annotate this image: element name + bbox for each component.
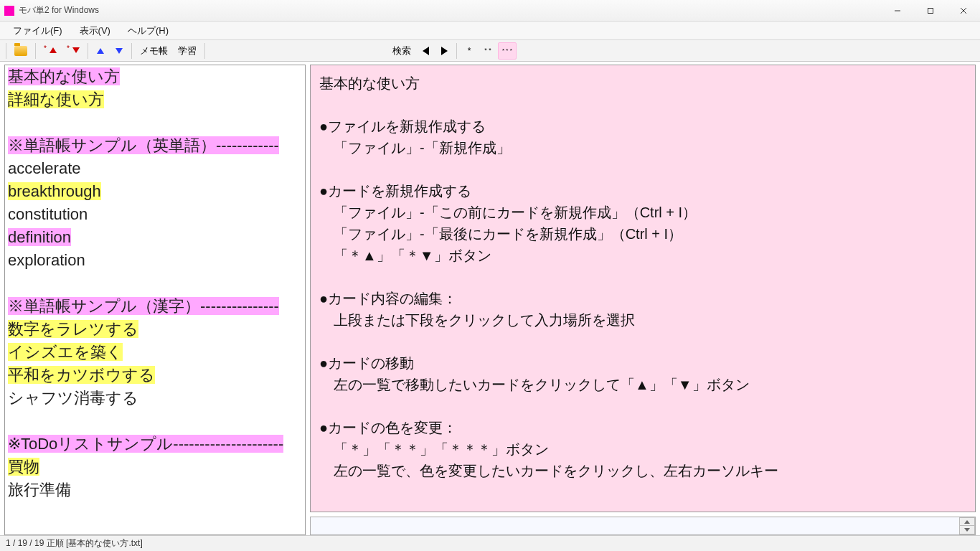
list-item[interactable]	[5, 272, 305, 295]
detail-line: 基本的な使い方	[319, 72, 966, 94]
list-item[interactable]: definition	[5, 226, 305, 249]
color-level-1-button[interactable]: *	[461, 42, 478, 60]
detail-line: 左の一覧で、色を変更したいカードをクリックし、左右カーソルキー	[319, 460, 966, 481]
folder-icon	[14, 46, 27, 56]
detail-line: 上段または下段をクリックして入力場所を選択	[319, 309, 966, 331]
window-maximize-button[interactable]	[914, 0, 947, 22]
detail-line: 「ファイル」-「新規作成」	[319, 137, 966, 159]
list-item[interactable]: 平和をカツボウする	[5, 364, 305, 387]
stepper-up-button[interactable]	[959, 517, 975, 526]
color-level-3-button[interactable]: * * *	[498, 42, 517, 60]
title-bar: モバ単2 for Windows	[0, 0, 980, 22]
list-item[interactable]: constitution	[5, 203, 305, 226]
detail-line	[319, 159, 966, 180]
arrow-left-icon	[423, 47, 429, 55]
list-item-label: 買物	[8, 458, 39, 476]
detail-line: ●カードの移動	[319, 352, 966, 374]
list-item-label	[8, 412, 12, 430]
open-file-button[interactable]	[10, 42, 32, 60]
detail-line: ●ファイルを新規作成する	[319, 116, 966, 137]
window-title: モバ単2 for Windows	[19, 4, 881, 17]
detail-line: 左の一覧で移動したいカードをクリックして「▲」「▼」ボタン	[319, 374, 966, 395]
bottom-stepper	[959, 517, 975, 534]
detail-line: ●カードを新規作成する	[319, 180, 966, 202]
list-item-label: シャフツ消毒する	[8, 389, 138, 407]
search-next-button[interactable]	[435, 42, 453, 60]
detail-pane: 基本的な使い方 ●ファイルを新規作成する 「ファイル」-「新規作成」 ●カードを…	[310, 65, 976, 535]
toolbar: * * メモ帳 学習 検索 * * * * * *	[0, 40, 980, 62]
detail-line: 「＊▲」「＊▼」ボタン	[319, 245, 966, 266]
study-button[interactable]: 学習	[174, 42, 201, 60]
main-area: 基本的な使い方詳細な使い方 ※単語帳サンプル（英単語）------------a…	[0, 62, 980, 535]
list-item-label: 旅行準備	[8, 481, 71, 499]
detail-line	[319, 94, 966, 116]
list-item[interactable]: 詳細な使い方	[5, 88, 305, 111]
list-item-label: constitution	[8, 205, 88, 223]
list-item[interactable]	[5, 111, 305, 134]
svg-rect-1	[928, 8, 933, 13]
list-item-label: breakthrough	[8, 182, 101, 200]
menu-file[interactable]: ファイル(F)	[4, 22, 71, 39]
list-item-label	[8, 274, 12, 292]
triangle-up-icon	[97, 48, 104, 54]
insert-card-before-button[interactable]: *	[39, 42, 61, 60]
arrow-right-icon	[441, 47, 448, 55]
menu-help[interactable]: ヘルプ(H)	[119, 22, 177, 39]
detail-line	[319, 331, 966, 352]
search-prev-button[interactable]	[417, 42, 434, 60]
menu-view[interactable]: 表示(V)	[71, 22, 119, 39]
detail-line: 「ファイル」-「最後にカードを新規作成」（Ctrl + I）	[319, 223, 966, 245]
chevron-down-icon	[964, 528, 970, 532]
list-item-label: 基本的な使い方	[8, 67, 120, 85]
list-item[interactable]: ※単語帳サンプル（英単語）------------	[5, 134, 305, 157]
list-item-label: definition	[8, 228, 71, 246]
app-icon	[4, 6, 14, 16]
status-text: 1 / 19 / 19 正順 [基本的な使い方.txt]	[6, 537, 143, 550]
list-item[interactable]: accelerate	[5, 157, 305, 180]
detail-line	[319, 395, 966, 417]
search-button[interactable]: 検索	[388, 42, 415, 60]
list-item-label: イシズエを築く	[8, 343, 123, 361]
triangle-down-icon	[116, 48, 123, 54]
chevron-up-icon	[964, 520, 970, 524]
list-item-label: 平和をカツボウする	[8, 366, 155, 384]
list-item-label: 数字をラレツする	[8, 320, 138, 338]
card-list-pane: 基本的な使い方詳細な使い方 ※単語帳サンプル（英単語）------------a…	[4, 65, 306, 535]
color-level-2-button[interactable]: * *	[479, 42, 496, 60]
list-item-label: accelerate	[8, 159, 81, 177]
list-item[interactable]: exploration	[5, 249, 305, 272]
move-card-up-button[interactable]	[92, 42, 109, 60]
list-item[interactable]: breakthrough	[5, 180, 305, 203]
detail-line: 「＊」「＊＊」「＊＊＊」ボタン	[319, 438, 966, 460]
detail-line: 「ファイル」-「この前にカードを新規作成」（Ctrl + I）	[319, 202, 966, 223]
detail-line: ●カード内容の編集：	[319, 288, 966, 309]
detail-line: ●カードの色を変更：	[319, 417, 966, 438]
list-item[interactable]: ※単語帳サンプル（漢字）---------------	[5, 295, 305, 318]
list-item[interactable]: イシズエを築く	[5, 341, 305, 364]
window-minimize-button[interactable]	[881, 0, 914, 22]
list-item[interactable]: 数字をラレツする	[5, 318, 305, 341]
detail-line	[319, 266, 966, 288]
window-close-button[interactable]	[947, 0, 980, 22]
insert-card-after-button[interactable]: *	[62, 42, 84, 60]
bottom-input[interactable]	[310, 517, 976, 535]
status-bar: 1 / 19 / 19 正順 [基本的な使い方.txt]	[0, 535, 980, 551]
list-item[interactable]: シャフツ消毒する	[5, 387, 305, 410]
list-item[interactable]: ※ToDoリストサンプル---------------------	[5, 433, 305, 456]
card-list[interactable]: 基本的な使い方詳細な使い方 ※単語帳サンプル（英単語）------------a…	[5, 65, 305, 501]
list-item-label: ※単語帳サンプル（漢字）---------------	[8, 297, 279, 315]
menu-bar: ファイル(F) 表示(V) ヘルプ(H)	[0, 22, 980, 40]
list-item-label	[8, 113, 12, 131]
list-item[interactable]: 買物	[5, 456, 305, 479]
move-card-down-button[interactable]	[110, 42, 128, 60]
list-item-label: 詳細な使い方	[8, 90, 104, 108]
stepper-down-button[interactable]	[959, 526, 975, 534]
list-item-label: exploration	[8, 251, 85, 269]
list-item[interactable]	[5, 410, 305, 433]
list-item-label: ※単語帳サンプル（英単語）------------	[8, 136, 279, 154]
detail-text[interactable]: 基本的な使い方 ●ファイルを新規作成する 「ファイル」-「新規作成」 ●カードを…	[310, 65, 976, 512]
list-item[interactable]: 基本的な使い方	[5, 65, 305, 88]
list-item-label: ※ToDoリストサンプル---------------------	[8, 435, 283, 453]
list-item[interactable]: 旅行準備	[5, 479, 305, 501]
memo-button[interactable]: メモ帳	[136, 42, 172, 60]
